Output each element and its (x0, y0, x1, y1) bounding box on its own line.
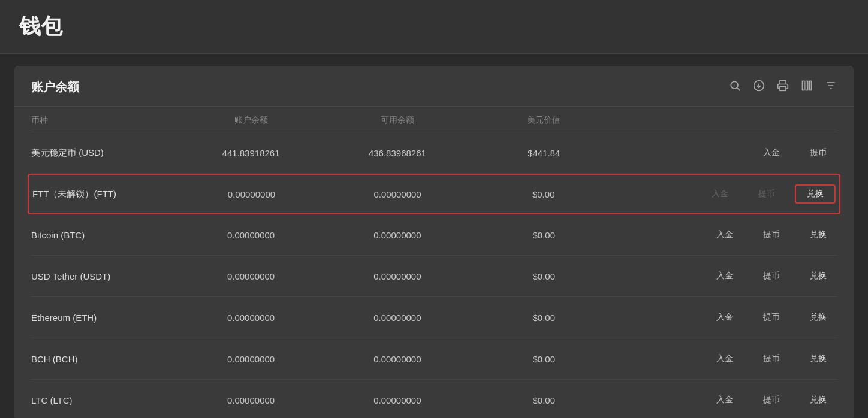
table-row: BCH (BCH) 0.00000000 0.00000000 $0.00 入金… (31, 338, 837, 380)
available-value: 0.00000000 (324, 189, 471, 199)
header-currency: 币种 (31, 115, 177, 126)
usd-value: $0.00 (471, 354, 617, 364)
withdraw-button[interactable]: 提币 (753, 349, 790, 368)
convert-button-highlighted[interactable]: 兑换 (795, 184, 836, 204)
deposit-button[interactable]: 入金 (706, 225, 743, 244)
action-buttons: 入金 提币 兑换 (617, 266, 837, 286)
table-row: 美元稳定币 (USD) 441.83918261 436.83968261 $4… (31, 132, 837, 174)
table-row: Bitcoin (BTC) 0.00000000 0.00000000 $0.0… (31, 214, 837, 256)
deposit-button[interactable]: 入金 (753, 143, 790, 162)
table-header: 币种 账户余额 可用余额 美元价值 (31, 107, 837, 132)
action-buttons: 入金 提币 兑换 (617, 349, 837, 368)
action-buttons: 入金 提币 兑换 (617, 225, 837, 244)
available-value: 436.83968261 (324, 148, 471, 158)
table-row: Ethereum (ETH) 0.00000000 0.00000000 $0.… (31, 297, 837, 338)
withdraw-button[interactable]: 提币 (753, 225, 790, 244)
search-icon[interactable] (729, 80, 741, 95)
download-icon[interactable] (753, 80, 765, 95)
available-value: 0.00000000 (324, 230, 471, 240)
action-buttons: 入金 提币 兑换 (617, 390, 837, 410)
card-title: 账户余额 (31, 79, 79, 95)
usd-value: $0.00 (471, 271, 617, 281)
available-value: 0.00000000 (324, 354, 471, 364)
available-value: 0.00000000 (324, 395, 471, 405)
currency-label: USD Tether (USDT) (31, 271, 177, 281)
currency-label: Ethereum (ETH) (31, 313, 177, 323)
usd-value: $0.00 (471, 395, 617, 405)
deposit-button[interactable]: 入金 (706, 349, 743, 368)
card-header: 账户余额 (14, 66, 854, 107)
convert-button[interactable]: 兑换 (800, 390, 837, 410)
deposit-button[interactable]: 入金 (706, 266, 743, 286)
balance-value: 441.83918261 (177, 148, 324, 158)
deposit-button[interactable]: 入金 (706, 308, 743, 327)
available-value: 0.00000000 (324, 313, 471, 323)
withdraw-button[interactable]: 提币 (800, 143, 837, 162)
balance-value: 0.00000000 (177, 271, 324, 281)
header-available: 可用余额 (324, 115, 471, 126)
convert-button[interactable]: 兑换 (800, 349, 837, 368)
svg-point-0 (731, 81, 738, 89)
available-value: 0.00000000 (324, 271, 471, 281)
header-balance: 账户余额 (177, 115, 324, 126)
withdraw-button[interactable]: 提币 (753, 308, 790, 327)
currency-label: 美元稳定币 (USD) (31, 147, 177, 159)
header-actions (617, 115, 837, 126)
page-header: 钱包 (0, 0, 868, 54)
print-icon[interactable] (777, 80, 789, 95)
svg-line-1 (737, 88, 740, 91)
action-buttons: 入金 提币 (617, 143, 837, 162)
currency-label: BCH (BCH) (31, 354, 177, 364)
action-buttons: 入金 提币 兑换 (617, 184, 836, 204)
table-row: USD Tether (USDT) 0.00000000 0.00000000 … (31, 256, 837, 297)
usd-value: $0.00 (471, 230, 617, 240)
currency-label: FTT（未解锁）(FTT) (32, 189, 179, 200)
table-row: LTC (LTC) 0.00000000 0.00000000 $0.00 入金… (31, 380, 837, 418)
balance-value: 0.00000000 (177, 354, 324, 364)
svg-rect-7 (809, 81, 811, 90)
usd-value: $0.00 (471, 189, 617, 199)
wallet-card: 账户余额 (14, 66, 854, 418)
svg-rect-6 (806, 81, 807, 90)
svg-rect-5 (803, 81, 804, 90)
table-wrapper: 币种 账户余额 可用余额 美元价值 美元稳定币 (USD) 441.839182… (14, 107, 854, 418)
currency-label: Bitcoin (BTC) (31, 230, 177, 240)
currency-label: LTC (LTC) (31, 395, 177, 405)
deposit-button-disabled: 入金 (701, 184, 739, 204)
balance-value: 0.00000000 (177, 230, 324, 240)
convert-button[interactable]: 兑换 (800, 266, 837, 286)
withdraw-button[interactable]: 提币 (753, 266, 790, 286)
usd-value: $0.00 (471, 313, 617, 323)
usd-value: $441.84 (471, 148, 617, 158)
balance-value: 0.00000000 (177, 395, 324, 405)
header-usd: 美元价值 (471, 115, 617, 126)
convert-button[interactable]: 兑换 (800, 308, 837, 327)
balance-value: 0.00000000 (177, 313, 324, 323)
action-buttons: 入金 提币 兑换 (617, 308, 837, 327)
toolbar-icons (729, 80, 837, 95)
withdraw-button[interactable]: 提币 (753, 390, 790, 410)
filter-icon[interactable] (825, 80, 837, 95)
svg-rect-4 (780, 87, 786, 91)
page-title: 钱包 (19, 12, 849, 41)
withdraw-button-disabled: 提币 (748, 184, 785, 204)
deposit-button[interactable]: 入金 (706, 390, 743, 410)
table-row-ftt: FTT（未解锁）(FTT) 0.00000000 0.00000000 $0.0… (28, 174, 840, 214)
convert-button[interactable]: 兑换 (800, 225, 837, 244)
columns-icon[interactable] (801, 80, 813, 95)
balance-value: 0.00000000 (179, 189, 325, 199)
